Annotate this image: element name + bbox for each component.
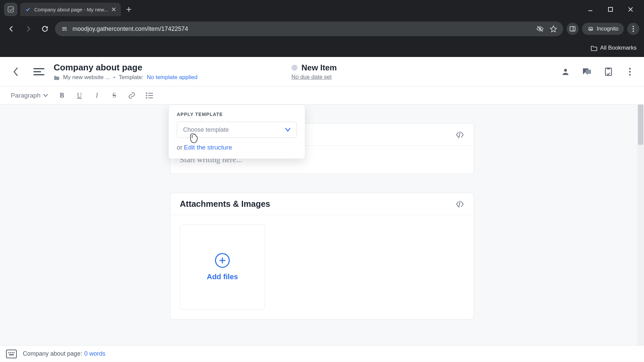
list-button[interactable]	[143, 89, 156, 102]
svg-point-14	[629, 74, 631, 75]
underline-button[interactable]: U	[73, 89, 86, 102]
svg-point-15	[146, 93, 147, 94]
svg-point-12	[629, 68, 631, 69]
clipboard-icon[interactable]	[602, 66, 614, 78]
popover-or: or	[177, 144, 182, 151]
footer: Company about page: 0 words	[0, 345, 644, 362]
tab-strip: Company about page - My new...	[0, 0, 644, 19]
footer-item-label: Company about page:	[23, 350, 82, 357]
apply-template-popover: APPLY TEMPLATE Choose template or Edit t…	[168, 105, 305, 159]
link-button[interactable]	[125, 89, 139, 102]
popover-heading: APPLY TEMPLATE	[177, 112, 297, 117]
template-select-placeholder: Choose template	[183, 126, 229, 133]
svg-point-9	[633, 31, 634, 32]
template-label: Template:	[119, 74, 144, 81]
status-group: New Item No due date set	[291, 63, 337, 80]
eye-off-icon[interactable]	[536, 25, 544, 33]
incognito-chip[interactable]: Incognito	[582, 23, 624, 35]
kebab-menu-icon[interactable]	[627, 23, 639, 35]
svg-rect-20	[12, 352, 13, 353]
svg-point-16	[146, 95, 147, 96]
scrollbar[interactable]	[637, 105, 644, 345]
chevron-down-icon	[43, 94, 48, 97]
breadcrumb: My new website ... • Template: No templa…	[54, 74, 198, 81]
favicon-icon	[25, 6, 31, 12]
back-button[interactable]	[5, 22, 18, 36]
svg-point-8	[633, 28, 634, 29]
attachments-card: Attachments & Images Add files	[170, 193, 474, 319]
plus-circle-icon	[215, 253, 230, 268]
svg-point-5	[589, 29, 590, 31]
reload-button[interactable]	[38, 22, 52, 36]
breadcrumb-project[interactable]: My new website ...	[63, 74, 110, 81]
format-toolbar: Paragraph B U I S	[0, 86, 644, 105]
url-bar[interactable]: moodjoy.gathercontent.com/item/17422574	[55, 21, 563, 36]
svg-rect-22	[9, 354, 14, 355]
window-controls	[585, 4, 640, 15]
code-icon[interactable]	[455, 131, 464, 138]
url-text: moodjoy.gathercontent.com/item/17422574	[72, 25, 532, 33]
word-count: 0 words	[84, 350, 105, 357]
all-bookmarks-label: All Bookmarks	[600, 45, 637, 51]
separator-dot: •	[113, 74, 115, 81]
side-panel-icon[interactable]	[567, 23, 579, 35]
svg-rect-0	[8, 7, 13, 12]
bookmark-star-icon[interactable]	[550, 25, 557, 33]
svg-rect-19	[10, 352, 11, 353]
person-icon[interactable]	[559, 66, 572, 78]
app-header: Company about page My new website ... • …	[0, 57, 644, 86]
close-window-button[interactable]	[625, 4, 636, 15]
maximize-button[interactable]	[605, 4, 616, 15]
svg-point-17	[146, 97, 147, 99]
new-tab-button[interactable]	[123, 4, 134, 15]
kebab-icon[interactable]	[624, 66, 636, 78]
due-date-link[interactable]: No due date set	[291, 74, 337, 80]
tab-title: Company about page - My new...	[34, 7, 108, 12]
folder-icon	[591, 45, 597, 51]
bookmarks-bar: All Bookmarks	[0, 39, 644, 57]
add-files-button[interactable]: Add files	[180, 225, 265, 310]
svg-point-13	[629, 71, 631, 72]
keyboard-icon[interactable]	[6, 350, 17, 358]
all-bookmarks-button[interactable]: All Bookmarks	[591, 45, 637, 51]
template-select[interactable]: Choose template	[177, 122, 297, 138]
svg-point-10	[564, 69, 567, 72]
svg-point-7	[633, 26, 634, 27]
menu-icon[interactable]	[31, 64, 47, 80]
bold-button[interactable]: B	[55, 89, 69, 102]
minimize-button[interactable]	[585, 4, 596, 15]
app-root: Company about page My new website ... • …	[0, 57, 644, 362]
code-icon[interactable]	[455, 201, 464, 207]
popover-or-row: or Edit the structure	[177, 144, 297, 151]
forward-button[interactable]	[21, 22, 35, 36]
italic-button[interactable]: I	[90, 89, 104, 102]
template-link[interactable]: No template applied	[147, 74, 197, 81]
edit-structure-link[interactable]: Edit the structure	[184, 144, 232, 151]
folder-icon	[54, 75, 60, 80]
incognito-icon	[587, 25, 594, 32]
svg-rect-21	[13, 352, 14, 353]
svg-rect-18	[8, 352, 9, 353]
scrollbar-thumb[interactable]	[638, 105, 643, 145]
svg-rect-1	[608, 7, 612, 11]
status-label[interactable]: New Item	[302, 63, 337, 72]
paragraph-label: Paragraph	[11, 92, 41, 99]
canvas: APPLY TEMPLATE Choose template or Edit t…	[0, 105, 644, 345]
svg-point-6	[591, 29, 593, 31]
site-settings-icon[interactable]	[61, 25, 68, 32]
close-icon[interactable]	[111, 7, 116, 12]
incognito-label: Incognito	[597, 26, 619, 32]
browser-tab[interactable]: Company about page - My new...	[20, 3, 121, 16]
address-row: moodjoy.gathercontent.com/item/17422574 …	[0, 19, 644, 39]
add-files-label: Add files	[207, 273, 238, 281]
strike-button[interactable]: S	[108, 89, 121, 102]
chevron-down-icon	[285, 128, 290, 132]
header-center: Company about page My new website ... • …	[54, 62, 198, 81]
paragraph-select[interactable]: Paragraph	[7, 90, 51, 101]
browser-chrome: Company about page - My new...	[0, 0, 644, 57]
status-dot-icon	[291, 65, 298, 71]
back-icon[interactable]	[8, 64, 24, 80]
header-right	[559, 66, 636, 78]
comment-icon[interactable]	[581, 66, 593, 78]
app-menu-icon[interactable]	[4, 3, 17, 16]
